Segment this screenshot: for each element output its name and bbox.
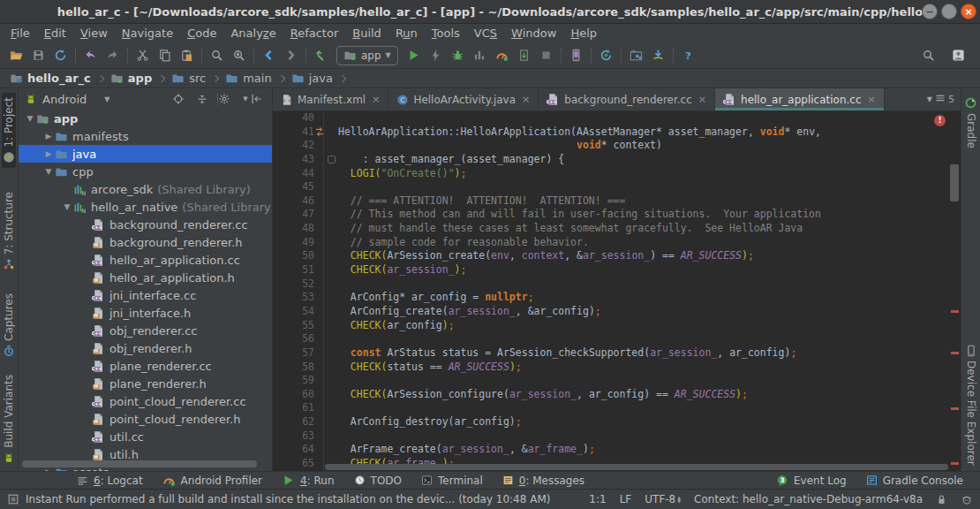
project-structure-button[interactable] [625,45,647,66]
error-badge[interactable]: ! [934,115,946,126]
redo-button[interactable] [102,45,124,66]
menu-refactor[interactable]: Refactor [283,27,346,40]
code-line[interactable]: 52 [273,277,961,292]
open-button[interactable] [5,45,27,66]
project-view-selector[interactable]: Android ▼ [25,93,109,106]
stripe-build-variants[interactable]: Build Variants [2,370,16,468]
gutter[interactable]: 46 [273,194,324,209]
code-line[interactable]: 42 void* context) [273,139,961,153]
profiler-bars-button[interactable] [469,45,491,66]
toolwindow-event-log[interactable]: 3Event Log [766,475,856,487]
menu-vcs[interactable]: VCS [467,27,504,40]
tree-collapsed-arrow-icon[interactable]: ▶ [42,132,55,141]
gutter[interactable]: 56 [273,332,324,346]
close-button[interactable]: × [961,4,976,19]
save-button[interactable] [27,45,49,66]
error-stripe-mark[interactable] [951,462,959,465]
build-context[interactable]: Context: hello_ar_native-Debug-arm64-v8a [694,493,923,505]
toolwindow-terminal[interactable]: Terminal [411,474,493,487]
error-stripe-mark[interactable] [951,407,959,410]
breadcrumb-java[interactable]: java [290,72,334,85]
maximize-button[interactable] [941,4,957,19]
gutter[interactable]: 50 [273,249,324,263]
gutter[interactable]: 59 [273,374,324,388]
code-line[interactable]: 49 // sample code for reasonable behavio… [273,236,961,250]
gutter[interactable]: 63 [273,429,324,444]
close-icon[interactable]: × [868,94,876,105]
code-line[interactable]: 44 LOGI("OnCreate()"); [273,167,961,181]
tree-item-obj-renderer-cc[interactable]: C++obj_renderer.cc [19,322,272,339]
file-encoding[interactable]: UTF-8 ▲▼ [645,493,681,505]
tree-expanded-arrow-icon[interactable]: ▼ [24,114,36,123]
gutter[interactable]: 64 [273,443,324,457]
tree-expanded-arrow-icon[interactable]: ▼ [61,202,73,211]
close-icon[interactable]: × [372,94,380,105]
code-line[interactable]: 60 CHECK(ArSession_configure(ar_session_… [273,388,961,402]
collapse-all-button[interactable] [193,88,211,110]
editor-hscrollbar[interactable] [325,464,948,470]
run-config-selector[interactable]: app▼ [336,46,398,65]
toolwindow-gradle-console[interactable]: Gradle Console [856,475,973,487]
code-line[interactable]: 59 [273,374,961,388]
toolwindow-android-profiler[interactable]: Android Profiler [153,474,272,487]
breadcrumb-main[interactable]: main [224,72,272,85]
debug-button[interactable] [447,45,469,66]
menu-build[interactable]: Build [345,27,388,40]
gutter[interactable]: 57 [273,346,324,361]
chevron-down-icon[interactable]: ▼ [927,95,932,103]
tree-item-hello-ar-native[interactable]: ▼Nhello_ar_native(Shared Library, ~/ [19,198,272,216]
menu-edit[interactable]: Edit [37,27,73,40]
undo-button[interactable] [79,45,102,66]
code-line[interactable]: 48 // must handle these cases at least s… [273,222,961,236]
toolwindow-0-messages[interactable]: 0: Messages [493,474,594,487]
gutter[interactable]: 44 [273,167,324,181]
build-hammer-button[interactable] [310,45,332,66]
tree-collapsed-arrow-icon[interactable]: ▶ [42,149,55,158]
avatar-button[interactable] [947,45,969,66]
tree-item-obj-renderer-h[interactable]: Hobj_renderer.h [19,339,272,357]
code-line[interactable]: 55 CHECK(ar_config); [273,319,961,333]
gutter[interactable]: 41 [273,125,324,140]
sync-button[interactable] [49,45,72,66]
status-message[interactable]: Instant Run performed a full build and i… [26,493,550,505]
close-icon[interactable]: × [522,94,530,105]
search-everywhere-button[interactable] [917,45,939,66]
tree-item-point-cloud-renderer-h[interactable]: Hpoint_cloud_renderer.h [19,410,272,428]
minimize-button[interactable]: − [922,4,938,19]
paste-button[interactable] [176,45,198,66]
error-stripe-mark[interactable] [951,310,959,313]
gutter[interactable]: 65 [273,457,324,471]
gutter[interactable]: 42 [273,139,324,153]
tree-item-point-cloud-renderer-cc[interactable]: C++point_cloud_renderer.cc [19,392,272,410]
project-hscrollbar[interactable] [22,460,257,467]
tree-item-plane-renderer-h[interactable]: Hplane_renderer.h [19,375,272,392]
tree-item-hello-ar-application-cc[interactable]: C++hello_ar_application.cc [19,251,272,269]
attach-button[interactable] [513,45,535,66]
gutter[interactable]: 60 [273,388,324,402]
sdk-manager-button[interactable] [647,45,669,66]
code-line[interactable]: 58 CHECK(status == AR_SUCCESS); [273,361,961,375]
apply-changes-button[interactable] [425,45,447,66]
settings-gear-button[interactable]: ▼ [224,88,242,110]
stripe-7-structure[interactable]: 7: Structure [2,187,16,275]
forward-button[interactable] [280,45,302,66]
stripe-device-file-explorer[interactable]: Device File Explorer [964,340,978,470]
gutter[interactable]: 58 [273,361,324,375]
tree-item-manifests[interactable]: ▶manifests [19,127,272,145]
code-line[interactable]: 47 // This method can and will fail in u… [273,208,961,222]
run-button[interactable] [403,45,425,66]
profiler-gauge-button[interactable] [491,45,513,66]
tree-item-background-renderer-cc[interactable]: C++background_renderer.cc [19,216,272,233]
stop-button[interactable] [535,45,557,66]
lock-icon[interactable] [936,494,947,505]
tab-hello-ar-application-cc[interactable]: C++hello_ar_application.cc× [715,88,885,110]
gutter[interactable]: 40 [273,111,324,125]
stripe-gradle[interactable]: Gradle [963,92,978,153]
tree-item-cpp[interactable]: ▼cpp [19,163,272,180]
gutter[interactable]: 51 [273,263,324,277]
code-line[interactable]: 57 const ArStatus status = ArSession_che… [273,346,961,361]
tree-item-util-cc[interactable]: C++util.cc [19,428,272,445]
tab-list-button[interactable] [935,93,946,106]
tree-collapsed-arrow-icon[interactable]: ▶ [42,467,55,471]
menu-window[interactable]: Window [504,27,563,40]
